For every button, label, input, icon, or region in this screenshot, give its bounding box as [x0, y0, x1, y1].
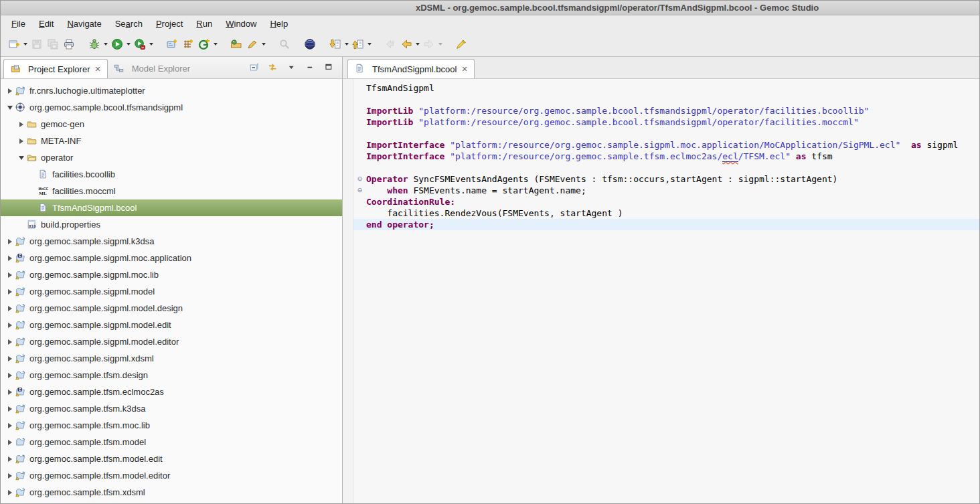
- close-icon[interactable]: ✕: [94, 65, 100, 74]
- code-line-3[interactable]: ImportLib "platform:/resource/org.gemoc.…: [353, 105, 979, 116]
- tree-item-org-gemoc-sample-tfsm-moc-lib[interactable]: org.gemoc.sample.tfsm.moc.lib: [1, 417, 342, 434]
- annotation-ruler[interactable]: [343, 79, 353, 503]
- tree-item-operator[interactable]: operator: [1, 149, 342, 166]
- menu-help[interactable]: Help: [263, 17, 295, 31]
- editor-tab[interactable]: TfsmAndSigpml.bcool ✕: [347, 59, 475, 78]
- tree-item-meta-inf[interactable]: META-INF: [1, 133, 342, 149]
- close-icon[interactable]: ✕: [461, 65, 467, 74]
- twisty-collapsed-icon[interactable]: [5, 490, 15, 495]
- run-dropdown-arrow-icon[interactable]: [125, 37, 132, 51]
- new-dropdown-arrow-icon[interactable]: [22, 37, 29, 51]
- tree-item-org-gemoc-sample-tfsm-model-edit[interactable]: org.gemoc.sample.tfsm.model.edit: [1, 450, 342, 467]
- tree-item-facilities-bcoollib[interactable]: facilities.bcoollib: [1, 166, 342, 183]
- twisty-collapsed-icon[interactable]: [5, 306, 15, 311]
- new-grid-button[interactable]: [180, 36, 196, 52]
- twisty-collapsed-icon[interactable]: [5, 239, 15, 244]
- tree-item-org-gemoc-sample-sigpml-moc-lib[interactable]: org.gemoc.sample.sigpml.moc.lib: [1, 266, 342, 283]
- tree-item-org-gemoc-sample-sigpml-model-edit[interactable]: org.gemoc.sample.sigpml.model.edit: [1, 317, 342, 333]
- code-line-13[interactable]: end operator;: [353, 219, 979, 230]
- new-diagram-button[interactable]: [164, 36, 180, 52]
- code-line-8[interactable]: [353, 162, 979, 173]
- fold-collapse-icon[interactable]: ⊖: [353, 173, 366, 185]
- tree-item-gemoc-gen[interactable]: gemoc-gen: [1, 116, 342, 133]
- pin-editor-button[interactable]: [453, 36, 469, 52]
- code-line-6[interactable]: ImportInterface "platform:/resource/org.…: [353, 139, 979, 151]
- twisty-collapsed-icon[interactable]: [5, 272, 15, 278]
- code-line-10[interactable]: ⊖ when FSMEvents.name = startAgent.name;: [353, 185, 979, 196]
- view-menu-button[interactable]: [286, 64, 298, 74]
- debug-dropdown-arrow-icon[interactable]: [102, 37, 109, 51]
- collapse-all-button[interactable]: [248, 64, 260, 74]
- tree-item-org-gemoc-sample-bcool-tfsmandsigpml[interactable]: org.gemoc.sample.bcool.tfsmandsigpml: [1, 99, 342, 116]
- tree-item-org-gemoc-sample-sigpml-model-editor[interactable]: org.gemoc.sample.sigpml.model.editor: [1, 333, 342, 350]
- tree-item-org-gemoc-sample-tfsm-k3dsa[interactable]: org.gemoc.sample.tfsm.k3dsa: [1, 400, 342, 417]
- twisty-collapsed-icon[interactable]: [5, 440, 15, 445]
- menu-window[interactable]: Window: [219, 17, 263, 31]
- twisty-collapsed-icon[interactable]: [5, 356, 15, 361]
- tree-item-facilities-moccml[interactable]: MoCCMLfacilities.moccml: [1, 183, 342, 199]
- next-annotation-button[interactable]: [327, 36, 343, 52]
- tree-item-org-gemoc-sample-sigpml-k3dsa[interactable]: org.gemoc.sample.sigpml.k3dsa: [1, 233, 342, 250]
- new-gemoc-dropdown-arrow-icon[interactable]: [212, 37, 219, 51]
- menu-edit[interactable]: Edit: [32, 17, 60, 31]
- twisty-collapsed-icon[interactable]: [5, 423, 15, 428]
- open-browser-button[interactable]: [302, 36, 318, 52]
- code-line-5[interactable]: [353, 128, 979, 139]
- print-button[interactable]: [61, 36, 77, 52]
- twisty-collapsed-icon[interactable]: [5, 406, 15, 412]
- code-line-12[interactable]: facilities.RendezVous(FSMEvents, startAg…: [353, 207, 979, 219]
- tree-item-org-gemoc-sample-sigpml-xdsml[interactable]: org.gemoc.sample.sigpml.xdsml: [1, 350, 342, 367]
- twisty-collapsed-icon[interactable]: [5, 373, 15, 378]
- code-line-11[interactable]: CoordinationRule:: [353, 196, 979, 207]
- twisty-collapsed-icon[interactable]: [5, 323, 15, 328]
- menu-project[interactable]: Project: [149, 17, 189, 31]
- twisty-collapsed-icon[interactable]: [5, 473, 15, 479]
- tree-item-org-gemoc-sample-sigpml-moc-application[interactable]: Eorg.gemoc.sample.sigpml.moc.application: [1, 250, 342, 266]
- tree-item-org-gemoc-sample-tfsm-xdsml[interactable]: org.gemoc.sample.tfsm.xdsml: [1, 484, 342, 501]
- code-line-2[interactable]: [353, 94, 979, 105]
- twisty-collapsed-icon[interactable]: [5, 390, 15, 395]
- code-editor[interactable]: TfsmAndSigpmlImportLib "platform:/resour…: [353, 79, 979, 503]
- twisty-expanded-icon[interactable]: [16, 156, 26, 160]
- code-line-4[interactable]: ImportLib "platform:/resource/org.gemoc.…: [353, 116, 979, 128]
- tree-item-build-properties[interactable]: 010build.properties: [1, 216, 342, 233]
- tree-item-org-gemoc-sample-tfsm-design[interactable]: org.gemoc.sample.tfsm.design: [1, 367, 342, 384]
- next-annotation-dropdown-arrow-icon[interactable]: [343, 37, 350, 51]
- menu-navigate[interactable]: Navigate: [60, 17, 108, 31]
- run-button[interactable]: [109, 36, 125, 52]
- mark-occurrences-button[interactable]: [244, 36, 260, 52]
- new-gemoc-button[interactable]: [196, 36, 212, 52]
- twisty-collapsed-icon[interactable]: [16, 139, 26, 144]
- tree-item-org-gemoc-sample-sigpml-model[interactable]: org.gemoc.sample.sigpml.model: [1, 283, 342, 300]
- menu-run[interactable]: Run: [189, 17, 219, 31]
- twisty-collapsed-icon[interactable]: [5, 289, 15, 295]
- code-line-1[interactable]: TfsmAndSigpml: [353, 82, 979, 94]
- twisty-collapsed-icon[interactable]: [5, 256, 15, 261]
- back-button[interactable]: [398, 36, 414, 52]
- code-line-7[interactable]: ImportInterface "platform:/resource/org.…: [353, 151, 979, 162]
- menu-search[interactable]: Search: [108, 17, 149, 31]
- tree-item-org-gemoc-sample-sigpml-model-design[interactable]: org.gemoc.sample.sigpml.model.design: [1, 300, 342, 317]
- back-dropdown-arrow-icon[interactable]: [414, 37, 421, 51]
- previous-annotation-button[interactable]: [350, 36, 366, 52]
- tree-item-tfsmandsigpml-bcool[interactable]: TfsmAndSigpml.bcool: [1, 199, 342, 216]
- tree-item-fr-cnrs-luchogie-ultimateplotter[interactable]: fr.cnrs.luchogie.ultimateplotter: [1, 82, 342, 99]
- new-button[interactable]: [6, 36, 22, 52]
- twisty-collapsed-icon[interactable]: [5, 339, 15, 345]
- code-line-9[interactable]: ⊖Operator SyncFSMEventsAndAgents (FSMEve…: [353, 173, 979, 185]
- maximize-button[interactable]: [323, 64, 335, 74]
- twisty-collapsed-icon[interactable]: [5, 88, 15, 94]
- link-with-editor-button[interactable]: [267, 64, 279, 74]
- menu-file[interactable]: File: [5, 17, 32, 31]
- tree-item-org-gemoc-sample-tfsm-eclmoc2as[interactable]: Eorg.gemoc.sample.tfsm.eclmoc2as: [1, 384, 342, 400]
- fold-collapse-icon[interactable]: ⊖: [353, 185, 366, 196]
- view-tab-project-explorer[interactable]: Project Explorer✕: [3, 59, 108, 78]
- tree-item-org-gemoc-sample-tfsm-model[interactable]: org.gemoc.sample.tfsm.model: [1, 434, 342, 450]
- minimize-button[interactable]: [305, 64, 317, 74]
- view-tab-model-explorer[interactable]: Model Explorer: [108, 59, 196, 78]
- run-last-tool-dropdown-arrow-icon[interactable]: [148, 37, 155, 51]
- open-wizard-button[interactable]: [228, 36, 244, 52]
- run-last-tool-button[interactable]: [132, 36, 148, 52]
- mark-occurrences-dropdown-arrow-icon[interactable]: [260, 37, 267, 51]
- debug-button[interactable]: [86, 36, 102, 52]
